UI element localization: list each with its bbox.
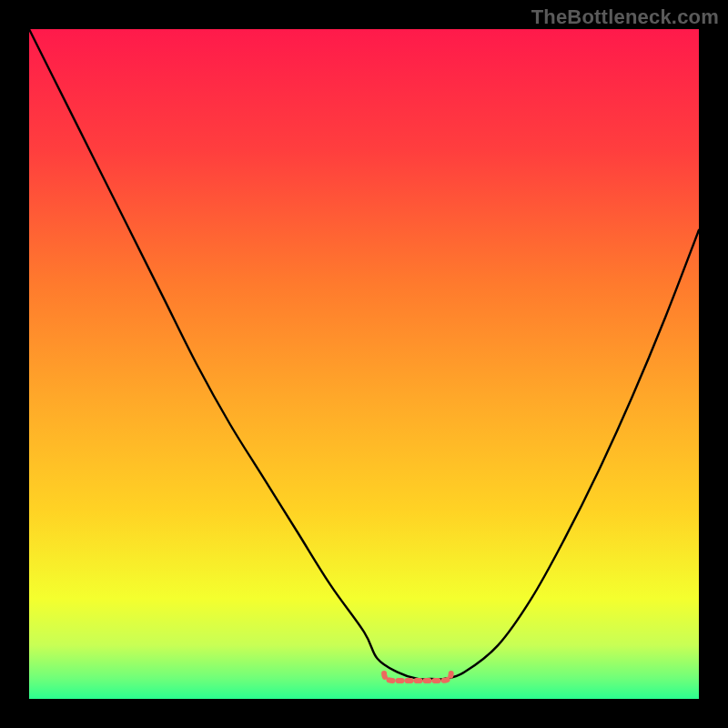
bottleneck-chart bbox=[0, 0, 728, 728]
watermark-text: TheBottleneck.com bbox=[531, 5, 719, 29]
plot-background bbox=[29, 29, 699, 699]
chart-container: TheBottleneck.com bbox=[0, 0, 728, 728]
